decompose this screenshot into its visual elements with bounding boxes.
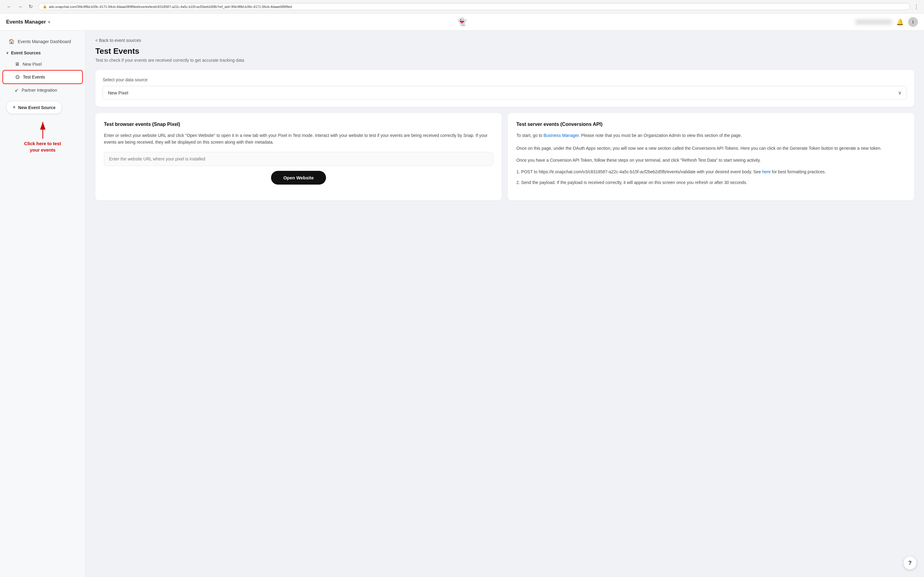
server-events-body1: To start, go to Business Manager. Please… bbox=[517, 132, 906, 139]
partner-integration-label: Partner Integration bbox=[22, 88, 57, 93]
header-right: 🔔 I bbox=[855, 17, 918, 27]
refresh-button[interactable]: ↻ bbox=[27, 3, 35, 10]
new-event-source-button[interactable]: + New Event Source bbox=[6, 101, 62, 114]
annotation-text: Click here to test your events bbox=[6, 140, 79, 153]
monitor-icon: 🖥 bbox=[14, 61, 19, 67]
test-events-label: Test Events bbox=[23, 74, 45, 79]
sidebar: 🏠 Events Manager Dashboard ∨ Event Sourc… bbox=[0, 31, 85, 577]
browser-actions: ⋮ bbox=[914, 3, 919, 10]
server-events-body3: Once you have a Conversion API Token, fo… bbox=[517, 157, 906, 163]
chevron-down-icon: ∨ bbox=[898, 90, 902, 96]
app-title[interactable]: Events Manager ∨ bbox=[6, 19, 50, 25]
sidebar-dashboard-label: Events Manager Dashboard bbox=[18, 39, 71, 44]
open-website-button[interactable]: Open Website bbox=[271, 171, 326, 185]
back-to-event-sources-link[interactable]: < Back to event sources bbox=[95, 38, 141, 43]
server-events-body2: Once on this page, under the OAuth Apps … bbox=[517, 145, 906, 152]
business-manager-link[interactable]: Business Manager bbox=[544, 133, 579, 138]
chevron-down-icon: ∨ bbox=[6, 51, 8, 55]
user-info-blurred bbox=[855, 19, 892, 24]
extensions-button[interactable]: ⋮ bbox=[914, 3, 919, 10]
header-center: 👻 bbox=[457, 17, 467, 27]
address-bar[interactable]: 🔒 ads.snapchat.com/3f4c9f8d-b39c-4171-94… bbox=[38, 3, 910, 10]
url-text: ads.snapchat.com/3f4c9f8d-b39c-4171-94cb… bbox=[49, 5, 292, 8]
browser-events-card: Test browser events (Snap Pixel) Enter o… bbox=[95, 113, 502, 200]
home-icon: 🏠 bbox=[8, 39, 14, 44]
page-subtitle: Test to check if your events are receive… bbox=[95, 58, 914, 63]
main-layout: 🏠 Events Manager Dashboard ∨ Event Sourc… bbox=[0, 31, 924, 577]
data-source-label: Select your data source bbox=[103, 77, 907, 82]
server-events-card: Test server events (Conversions API) To … bbox=[508, 113, 914, 200]
avatar[interactable]: I bbox=[908, 17, 918, 27]
lock-icon: 🔒 bbox=[43, 5, 47, 8]
page-title: Test Events bbox=[95, 47, 914, 56]
server-events-step1: 1. POST to https://tr.snapchat.com/v3/c8… bbox=[517, 168, 906, 175]
step1-suffix: for best formatting practices. bbox=[771, 169, 826, 174]
selected-data-source: New Pixel bbox=[108, 90, 898, 95]
app-title-text: Events Manager bbox=[6, 19, 46, 25]
share-icon: ↙ bbox=[14, 87, 19, 93]
header-left: Events Manager ∨ bbox=[6, 19, 855, 25]
notification-button[interactable]: 🔔 bbox=[896, 18, 904, 26]
content-area: < Back to event sources Test Events Test… bbox=[85, 31, 924, 577]
sidebar-item-new-pixel[interactable]: 🖥 New Pixel bbox=[2, 58, 83, 70]
here-link[interactable]: here bbox=[762, 169, 771, 174]
arrow-annotation-icon bbox=[34, 119, 52, 140]
browser-controls: ← → ↻ bbox=[5, 3, 35, 10]
test-events-icon: ⊙ bbox=[15, 74, 20, 81]
new-event-source-label: New Event Source bbox=[18, 105, 56, 110]
title-chevron-icon: ∨ bbox=[48, 20, 50, 24]
sidebar-item-dashboard[interactable]: 🏠 Events Manager Dashboard bbox=[2, 35, 83, 47]
browser-events-title: Test browser events (Snap Pixel) bbox=[104, 122, 493, 127]
sidebar-event-sources-header[interactable]: ∨ Event Sources bbox=[0, 47, 85, 58]
sidebar-item-test-events[interactable]: ⊙ Test Events bbox=[2, 70, 83, 84]
data-source-card: Select your data source New Pixel ∨ bbox=[95, 70, 914, 107]
data-source-select[interactable]: New Pixel ∨ bbox=[103, 86, 907, 100]
plus-icon: + bbox=[13, 104, 16, 111]
back-button[interactable]: ← bbox=[5, 3, 13, 10]
body1-suffix: . Please note that you must be an Organi… bbox=[579, 133, 742, 138]
snapchat-logo-icon: 👻 bbox=[457, 17, 467, 26]
new-event-source-container: + New Event Source bbox=[0, 96, 85, 119]
new-pixel-label: New Pixel bbox=[23, 62, 42, 67]
sidebar-item-partner-integration[interactable]: ↙ Partner Integration bbox=[2, 84, 83, 96]
annotation-container: Click here to test your events bbox=[0, 119, 85, 156]
help-button[interactable]: ? bbox=[903, 556, 917, 570]
body1-prefix: To start, go to bbox=[517, 133, 544, 138]
step1-prefix: 1. POST to https://tr.snapchat.com/v3/c8… bbox=[517, 169, 762, 174]
server-events-title: Test server events (Conversions API) bbox=[517, 122, 906, 127]
app-header: Events Manager ∨ 👻 🔔 I bbox=[0, 13, 924, 31]
event-sources-label: Event Sources bbox=[11, 50, 41, 55]
browser-events-body: Enter or select your website URL and cli… bbox=[104, 132, 493, 146]
browser-bar: ← → ↻ 🔒 ads.snapchat.com/3f4c9f8d-b39c-4… bbox=[0, 0, 924, 13]
url-input[interactable] bbox=[104, 152, 493, 166]
server-events-step2: 2. Send the payload. If the payload is r… bbox=[517, 179, 906, 186]
two-column-section: Test browser events (Snap Pixel) Enter o… bbox=[95, 113, 914, 200]
forward-button[interactable]: → bbox=[16, 3, 24, 10]
